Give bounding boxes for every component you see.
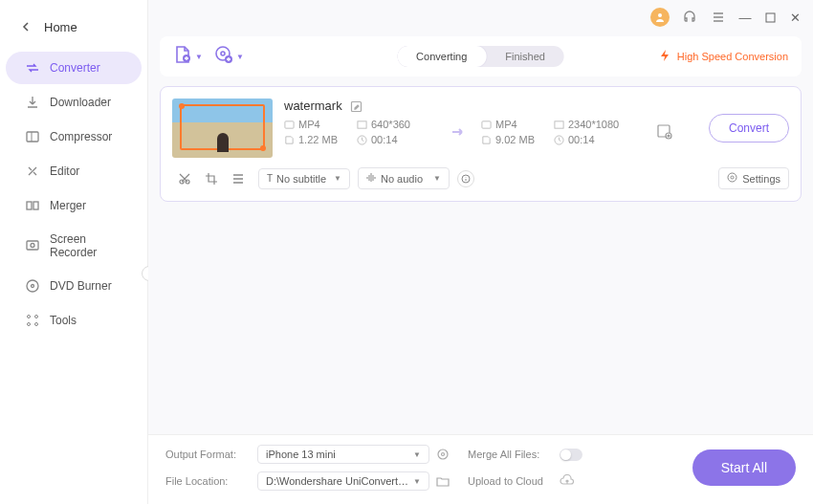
sidebar-item-label: Editor: [50, 164, 79, 178]
svg-point-30: [728, 173, 736, 182]
svg-rect-18: [285, 121, 294, 127]
dvd-burner-icon: [25, 278, 40, 294]
svg-rect-2: [33, 202, 38, 209]
target-duration: 00:14: [554, 134, 640, 145]
sidebar-item-label: Screen Recorder: [50, 232, 122, 259]
edit-name-icon[interactable]: [350, 99, 363, 113]
settings-button[interactable]: Settings: [718, 167, 789, 189]
sidebar: Home Converter Downloader Compressor Edi…: [0, 0, 148, 504]
tab-finished[interactable]: Finished: [486, 46, 564, 67]
video-thumbnail[interactable]: [172, 99, 273, 158]
svg-point-15: [221, 52, 225, 55]
chevron-down-icon: ▼: [413, 450, 421, 459]
sidebar-item-compressor[interactable]: Compressor: [6, 121, 142, 153]
downloader-icon: [25, 95, 40, 110]
svg-point-7: [28, 316, 31, 318]
sidebar-item-screen-recorder[interactable]: Screen Recorder: [6, 224, 142, 268]
source-duration: 00:14: [357, 134, 435, 145]
menu-icon[interactable]: [710, 9, 727, 26]
sidebar-item-label: Compressor: [50, 130, 112, 143]
add-file-button[interactable]: ▼: [173, 45, 203, 68]
svg-rect-12: [766, 13, 775, 22]
file-name: watermark: [284, 99, 342, 113]
high-speed-conversion-button[interactable]: High Speed Conversion: [658, 49, 788, 64]
svg-point-24: [668, 135, 670, 137]
screen-recorder-icon: [25, 238, 40, 253]
tools-icon: [25, 313, 40, 328]
topbar: ▼ ▼ Converting Finished High Speed Conve…: [160, 36, 802, 77]
maximize-button[interactable]: [763, 11, 777, 24]
sidebar-item-editor[interactable]: Editor: [6, 155, 142, 187]
avatar[interactable]: [650, 8, 670, 27]
sidebar-item-label: DVD Burner: [50, 279, 112, 293]
chevron-down-icon: ▼: [433, 174, 441, 183]
merge-label: Merge All Files:: [468, 449, 554, 460]
sidebar-item-dvd-burner[interactable]: DVD Burner: [6, 270, 142, 302]
output-format-select[interactable]: iPhone 13 mini▼: [257, 445, 429, 464]
crop-icon[interactable]: [205, 172, 218, 186]
source-size: 1.22 MB: [284, 134, 351, 145]
add-dvd-button[interactable]: ▼: [214, 45, 244, 68]
sidebar-item-downloader[interactable]: Downloader: [6, 86, 142, 119]
svg-rect-0: [27, 132, 38, 142]
target-format: MP4: [481, 119, 548, 130]
merge-toggle[interactable]: [560, 449, 582, 461]
home-nav[interactable]: Home: [0, 10, 147, 44]
output-format-label: Output Format:: [165, 449, 252, 460]
footer: Output Format: iPhone 13 mini▼ Merge All…: [148, 434, 813, 504]
svg-point-33: [442, 453, 445, 456]
svg-point-6: [32, 285, 34, 288]
main-area: — ✕ ▼ ▼ Converting Finished High Speed C…: [148, 0, 813, 504]
svg-point-10: [35, 323, 38, 326]
upload-cloud-label: Upload to Cloud: [468, 475, 554, 487]
compressor-icon: [25, 129, 40, 144]
close-button[interactable]: ✕: [788, 11, 802, 24]
svg-rect-3: [27, 241, 38, 250]
svg-point-9: [28, 323, 31, 326]
svg-point-32: [438, 449, 448, 459]
headset-icon[interactable]: [681, 9, 698, 26]
svg-rect-19: [358, 121, 366, 127]
bolt-icon: [658, 49, 671, 64]
svg-rect-21: [555, 121, 563, 127]
chevron-down-icon: ▼: [334, 174, 341, 183]
cloud-icon[interactable]: [560, 473, 575, 489]
conversion-tabs: Converting Finished: [397, 46, 564, 67]
svg-point-4: [31, 244, 34, 248]
sidebar-item-tools[interactable]: Tools: [6, 304, 142, 337]
target-size: 9.02 MB: [481, 134, 548, 145]
high-speed-label: High Speed Conversion: [677, 51, 788, 62]
titlebar: — ✕: [148, 0, 813, 31]
svg-rect-1: [27, 202, 32, 209]
back-icon: [19, 19, 34, 34]
sidebar-item-merger[interactable]: Merger: [6, 189, 142, 222]
merger-icon: [25, 198, 40, 213]
home-label: Home: [44, 20, 77, 34]
chevron-down-icon: ▼: [413, 477, 421, 486]
info-icon[interactable]: [457, 170, 474, 187]
gear-icon: [727, 172, 737, 185]
svg-point-8: [35, 316, 38, 318]
output-settings-button[interactable]: [646, 123, 684, 141]
minimize-button[interactable]: —: [738, 11, 752, 24]
file-location-select[interactable]: D:\Wondershare UniConverter 1▼: [257, 471, 429, 491]
output-settings-icon[interactable]: [435, 447, 450, 462]
effects-icon[interactable]: [231, 172, 245, 186]
svg-point-11: [658, 13, 662, 17]
svg-point-5: [27, 280, 38, 292]
audio-select[interactable]: No audio ▼: [358, 167, 450, 189]
sidebar-item-label: Tools: [50, 314, 77, 327]
audio-icon: [366, 172, 377, 185]
trim-icon[interactable]: [178, 172, 191, 186]
sidebar-item-converter[interactable]: Converter: [6, 52, 142, 84]
open-folder-icon[interactable]: [435, 473, 450, 489]
svg-rect-20: [482, 121, 491, 127]
file-location-label: File Location:: [165, 475, 252, 487]
sidebar-item-label: Merger: [50, 199, 86, 212]
subtitle-icon: T: [267, 173, 273, 184]
chevron-down-icon: ▼: [195, 53, 203, 61]
subtitle-select[interactable]: TNo subtitle ▼: [258, 168, 350, 189]
tab-converting[interactable]: Converting: [397, 46, 486, 67]
start-all-button[interactable]: Start All: [692, 449, 796, 486]
convert-button[interactable]: Convert: [709, 114, 789, 142]
